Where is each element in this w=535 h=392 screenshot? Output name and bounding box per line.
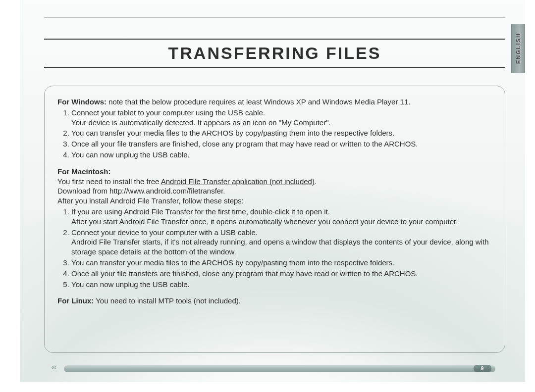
mac-intro-a: You first need to install the free xyxy=(57,177,161,186)
list-item: You can now unplug the USB cable. xyxy=(71,150,492,160)
mac-intro-link: Android File Transfer application (not i… xyxy=(161,177,315,186)
list-item: If you are using Android File Transfer f… xyxy=(71,207,492,227)
list-item: Connect your device to your computer wit… xyxy=(71,228,492,257)
step-text: You can now unplug the USB cable. xyxy=(71,150,190,159)
top-divider xyxy=(44,17,505,18)
step-text: You can now unplug the USB cable. xyxy=(71,280,190,289)
spine-marks-icon: ‹‹‹ xyxy=(51,362,55,372)
title-rule-top xyxy=(44,39,505,40)
windows-label: For Windows: xyxy=(57,98,107,106)
mac-steps-list: If you are using Android File Transfer f… xyxy=(57,207,492,289)
footer-bar: 9 xyxy=(64,365,495,372)
linux-text: You need to install MTP tools (not inclu… xyxy=(96,296,241,305)
linux-section: For Linux: You need to install MTP tools… xyxy=(57,296,492,306)
step-text: If you are using Android File Transfer f… xyxy=(71,207,458,226)
list-item: Once all your file transfers are finishe… xyxy=(71,139,492,149)
title-block: TRANSFERRING FILES xyxy=(44,39,505,68)
mac-section: For Macintosh: You first need to install… xyxy=(57,167,492,290)
step-text: You can transfer your media files to the… xyxy=(71,129,394,137)
list-item: You can now unplug the USB cable. xyxy=(71,280,492,290)
language-tab: ENGLISH xyxy=(511,24,525,73)
title-rule-bottom xyxy=(44,67,505,68)
footer-progress-bar: 9 xyxy=(64,365,495,372)
page-title: TRANSFERRING FILES xyxy=(44,44,505,63)
mac-label: For Macintosh: xyxy=(57,167,111,176)
list-item: You can transfer your media files to the… xyxy=(71,258,492,268)
mac-followup: After you install Android File Transfer,… xyxy=(57,196,244,205)
page-number: 9 xyxy=(474,365,491,372)
list-item: Once all your file transfers are finishe… xyxy=(71,269,492,279)
step-text: Once all your file transfers are finishe… xyxy=(71,269,418,278)
step-text: Connect your device to your computer wit… xyxy=(71,228,489,256)
windows-steps-list: Connect your tablet to your computer usi… xyxy=(57,108,492,160)
step-text: Connect your tablet to your computer usi… xyxy=(71,108,331,127)
manual-page: TRANSFERRING FILES For Windows: note tha… xyxy=(20,0,525,382)
step-text: You can transfer your media files to the… xyxy=(71,258,394,267)
list-item: You can transfer your media files to the… xyxy=(71,128,492,138)
list-item: Connect your tablet to your computer usi… xyxy=(71,108,492,128)
content-panel: For Windows: note that the below procedu… xyxy=(44,86,505,353)
mac-intro-b: . xyxy=(315,177,317,186)
windows-section: For Windows: note that the below procedu… xyxy=(57,97,492,160)
mac-download: Download from http://www.android.com/fil… xyxy=(57,187,225,195)
step-text: Once all your file transfers are finishe… xyxy=(71,140,418,148)
windows-note: note that the below procedure requires a… xyxy=(108,98,410,106)
linux-label: For Linux: xyxy=(57,296,94,305)
